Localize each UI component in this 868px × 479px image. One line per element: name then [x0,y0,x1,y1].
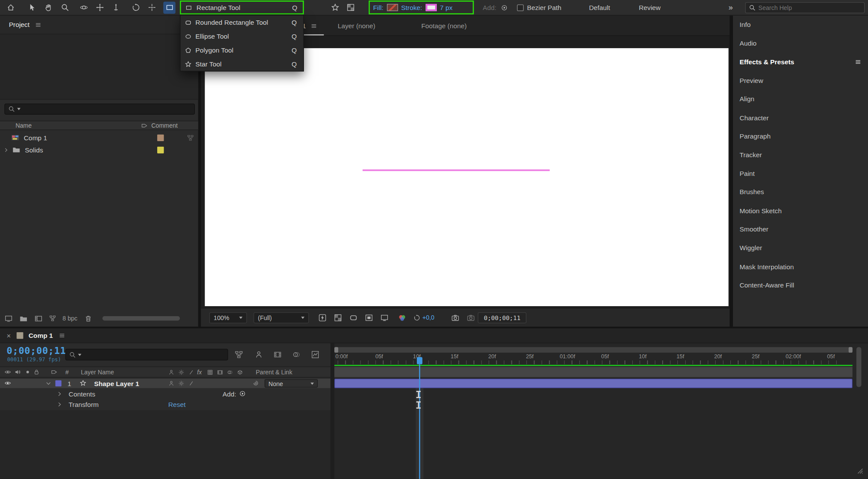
panel-menu-icon[interactable] [855,59,861,65]
stroke-label[interactable]: Stroke: [401,3,422,11]
transform-label[interactable]: Transform [69,401,99,409]
layer-duration-bar[interactable] [334,379,852,388]
current-time-display[interactable]: 0;00;00;11 [7,345,66,356]
viewer-timecode-display[interactable]: 0;00;00;11 [478,312,526,323]
contents-label[interactable]: Contents [69,390,95,398]
work-area-bar[interactable] [334,367,852,377]
show-snapshot-icon[interactable] [467,314,475,322]
composition-canvas[interactable] [205,48,729,306]
exposure-offset-value[interactable]: +0,0 [422,314,435,320]
audio-column-icon[interactable] [14,369,21,375]
search-options-caret-icon[interactable] [78,353,82,356]
group-chevron-icon[interactable] [56,391,63,397]
show-channel-icon[interactable] [398,314,406,322]
color-depth-label[interactable]: 8 bpc [63,315,77,321]
shy-column-icon[interactable] [168,369,175,375]
fill-swatch[interactable] [387,4,398,11]
menu-item-star-tool[interactable]: Star Tool Q [181,57,304,71]
zoom-tool-button[interactable] [59,1,71,13]
panel-tab-audio[interactable]: Audio [733,34,868,53]
trash-icon[interactable] [84,314,92,322]
panel-tab-brushes[interactable]: Brushes [733,183,868,202]
frame-blend-column-icon[interactable] [217,369,223,375]
comp-mini-flowchart-icon[interactable] [235,350,243,359]
reset-exposure-icon[interactable] [413,314,420,320]
new-composition-icon[interactable] [34,314,43,322]
time-navigator[interactable] [334,347,852,353]
hide-shy-layers-icon[interactable] [254,350,263,359]
panel-tab-mask-interpolation[interactable]: Mask Interpolation [733,257,868,276]
effects-column-icon[interactable] [207,369,213,375]
tab-footage-viewer[interactable]: Footage (none) [421,16,467,36]
mask-visibility-icon[interactable] [349,314,357,322]
tab-layer-viewer[interactable]: Layer (none) [338,16,376,36]
panel-tab-info[interactable]: Info [733,16,868,34]
layer-shy-switch-icon[interactable] [168,380,175,387]
navigator-end-handle-icon[interactable] [848,347,852,353]
layer-name-column-header[interactable]: Layer Name [81,369,114,375]
resize-grip-icon[interactable] [856,467,865,475]
timeline-tab-label[interactable]: Comp 1 [29,332,53,340]
fill-label[interactable]: Fill: [373,3,383,11]
frame-blending-icon[interactable] [274,350,282,359]
project-search[interactable] [4,103,195,114]
panel-menu-icon[interactable] [310,23,317,29]
transform-reset-link[interactable]: Reset [168,401,186,409]
panel-tab-content-aware-fill[interactable]: Content-Aware Fill [733,276,868,294]
panel-tab-align[interactable]: Align [733,90,868,109]
panel-tab-motion-sketch[interactable]: Motion Sketch [733,202,868,220]
help-search-input[interactable] [759,4,842,11]
region-of-interest-icon[interactable] [365,314,373,322]
new-folder-icon[interactable] [20,314,28,322]
lock-column-icon[interactable] [33,369,40,375]
layer-label-chip[interactable] [55,380,61,387]
timeline-search[interactable] [65,349,228,360]
timeline-search-input[interactable] [84,350,224,359]
project-item-name[interactable]: Comp 1 [24,134,47,142]
add-property-icon[interactable] [239,390,246,397]
help-search[interactable] [745,2,865,13]
playhead-handle[interactable] [417,357,422,364]
layer-collapse-switch-icon[interactable] [178,380,185,387]
horizontal-scrollbar[interactable] [102,316,180,320]
dolly-camera-tool-button[interactable] [109,1,122,13]
panel-tab-effects-presets[interactable]: Effects & Presets [733,53,868,71]
parent-link-column-header[interactable]: Parent & Link [256,369,292,375]
menu-item-ellipse-tool[interactable]: Ellipse Tool Q [181,30,304,43]
motion-blur-icon[interactable] [292,350,300,359]
graph-editor-icon[interactable] [311,350,319,359]
tab-composition-1[interactable]: 1 [302,16,317,36]
transparency-grid-toggle-icon[interactable] [344,1,356,13]
toolbar-overflow-button[interactable]: » [729,3,733,11]
menu-item-polygon-tool[interactable]: Polygon Tool Q [181,43,304,57]
panel-tab-tracker[interactable]: Tracker [733,145,868,164]
project-item-name[interactable]: Solids [25,146,43,154]
layer-row-shape-layer-1[interactable]: 1 Shape Layer 1 None [0,379,330,388]
playhead-line[interactable] [419,364,420,479]
orbit-camera-tool-button[interactable] [77,1,89,13]
bezier-path-label[interactable]: Bezier Path [527,4,561,12]
comment-column-header[interactable]: Comment [151,122,178,129]
group-chevron-icon[interactable] [56,401,63,407]
resolution-select[interactable]: (Full) [254,312,309,323]
transform-group-row[interactable]: Transform Reset [0,400,330,409]
workspace-default[interactable]: Default [589,4,610,12]
search-options-caret-icon[interactable] [17,108,21,110]
quality-column-icon[interactable] [188,369,194,375]
stroke-swatch[interactable] [426,4,436,11]
parent-select[interactable]: None [264,379,317,387]
parent-pickwhip-icon[interactable] [252,380,259,387]
label-color-chip[interactable] [157,134,164,141]
panel-tab-smoother[interactable]: Smoother [733,220,868,239]
solo-column-icon[interactable] [24,369,31,375]
selection-tool-button[interactable] [26,1,38,13]
navigator-start-handle-icon[interactable] [334,347,338,353]
pixel-aspect-correction-icon[interactable] [380,314,389,322]
bezier-path-checkbox[interactable] [517,4,524,11]
timeline-divider[interactable] [330,343,334,479]
video-column-icon[interactable] [4,369,11,375]
panel-tab-wiggler[interactable]: Wiggler [733,239,868,258]
3d-column-icon[interactable] [237,369,243,375]
interpret-footage-icon[interactable] [4,314,13,322]
name-column-header[interactable]: Name [16,122,32,129]
